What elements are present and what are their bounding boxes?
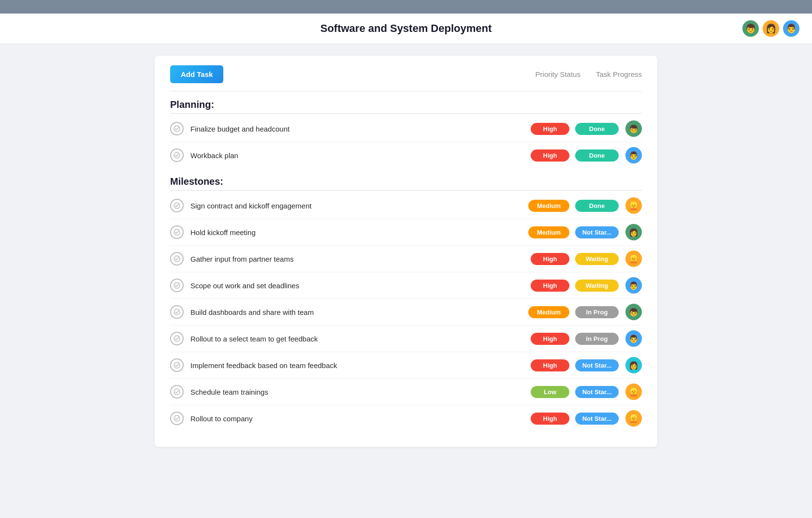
status-badge: In Prog — [575, 333, 619, 345]
table-row[interactable]: Scope out work and set deadlines High Wa… — [170, 272, 642, 299]
status-badge: Done — [575, 200, 619, 212]
section-title-0: Planning: — [170, 99, 642, 114]
sections-container: Planning: Finalize budget and headcount … — [170, 99, 642, 431]
avatar[interactable]: 👱 — [625, 384, 642, 400]
task-checkbox[interactable] — [170, 225, 184, 239]
table-row[interactable]: Workback plan High Done 👨 — [170, 142, 642, 168]
avatar[interactable]: 👦 — [625, 304, 642, 320]
table-row[interactable]: Hold kickoff meeting Medium Not Star... … — [170, 219, 642, 246]
task-name: Rollout to company — [190, 414, 531, 423]
status-badge: Done — [575, 123, 619, 135]
task-checkbox[interactable] — [170, 332, 184, 345]
status-badge: In Prog — [575, 306, 619, 318]
status-badge: Not Star... — [575, 386, 619, 398]
page-title: Software and System Deployment — [320, 22, 492, 35]
priority-badge: Medium — [528, 306, 569, 318]
priority-badge: Medium — [528, 200, 569, 212]
table-row[interactable]: Implement feedback based on team feedbac… — [170, 352, 642, 379]
task-checkbox[interactable] — [170, 148, 184, 162]
avatar-3[interactable]: 👨 — [782, 19, 800, 38]
table-row[interactable]: Rollout to company High Not Star... 👱 — [170, 405, 642, 431]
status-badge: Not Star... — [575, 359, 619, 371]
task-checkbox[interactable] — [170, 199, 184, 212]
status-badge: Not Star... — [575, 226, 619, 238]
header-avatars: 👦 👩 👨 — [741, 19, 800, 38]
task-name: Rollout to a select team to get feedback — [190, 335, 531, 343]
avatar[interactable]: 👦 — [625, 120, 642, 137]
table-row[interactable]: Build dashboards and share with team Med… — [170, 299, 642, 326]
task-name: Schedule team trainings — [190, 388, 531, 396]
task-name: Gather input from partner teams — [190, 255, 531, 263]
col-header-progress: Task Progress — [596, 70, 642, 78]
task-name: Workback plan — [190, 151, 531, 160]
toolbar: Add Task Priority Status Task Progress — [170, 65, 642, 91]
priority-badge: High — [531, 149, 569, 162]
section-0: Planning: Finalize budget and headcount … — [170, 99, 642, 168]
task-name: Build dashboards and share with team — [190, 308, 528, 316]
task-checkbox[interactable] — [170, 252, 184, 266]
priority-badge: High — [531, 253, 569, 265]
priority-badge: High — [531, 333, 569, 345]
priority-badge: Low — [531, 386, 569, 398]
priority-badge: High — [531, 413, 569, 425]
task-name: Hold kickoff meeting — [190, 228, 528, 237]
table-row[interactable]: Rollout to a select team to get feedback… — [170, 326, 642, 352]
priority-badge: Medium — [528, 226, 569, 238]
add-task-button[interactable]: Add Task — [170, 65, 223, 83]
header: Software and System Deployment 👦 👩 👨 — [0, 14, 812, 44]
task-checkbox[interactable] — [170, 279, 184, 292]
avatar[interactable]: 👱 — [625, 410, 642, 427]
task-name: Sign contract and kickoff engagement — [190, 202, 528, 210]
avatar[interactable]: 👨 — [625, 277, 642, 294]
avatar[interactable]: 👨 — [625, 147, 642, 163]
table-row[interactable]: Finalize budget and headcount High Done … — [170, 116, 642, 142]
top-bar — [0, 0, 812, 14]
avatar-1[interactable]: 👦 — [741, 19, 760, 38]
task-checkbox[interactable] — [170, 122, 184, 135]
avatar-2[interactable]: 👩 — [762, 19, 780, 38]
priority-badge: High — [531, 280, 569, 292]
status-badge: Not Star... — [575, 413, 619, 425]
table-row[interactable]: Sign contract and kickoff engagement Med… — [170, 192, 642, 219]
task-checkbox[interactable] — [170, 385, 184, 399]
avatar[interactable]: 👱 — [625, 251, 642, 267]
avatar[interactable]: 👨 — [625, 330, 642, 347]
task-checkbox[interactable] — [170, 305, 184, 319]
table-row[interactable]: Schedule team trainings Low Not Star... … — [170, 379, 642, 405]
status-badge: Waiting — [575, 253, 619, 265]
section-1: Milestones: Sign contract and kickoff en… — [170, 176, 642, 431]
task-name: Scope out work and set deadlines — [190, 281, 531, 290]
avatar[interactable]: 👩 — [625, 224, 642, 240]
col-header-priority: Priority Status — [536, 70, 580, 78]
status-badge: Waiting — [575, 280, 619, 292]
priority-badge: High — [531, 123, 569, 135]
main-content: Add Task Priority Status Task Progress P… — [155, 56, 657, 447]
status-badge: Done — [575, 149, 619, 162]
table-row[interactable]: Gather input from partner teams High Wai… — [170, 246, 642, 272]
task-checkbox[interactable] — [170, 412, 184, 425]
section-title-1: Milestones: — [170, 176, 642, 191]
task-name: Implement feedback based on team feedbac… — [190, 361, 531, 370]
column-headers: Priority Status Task Progress — [536, 70, 642, 78]
avatar[interactable]: 👩 — [625, 357, 642, 373]
task-name: Finalize budget and headcount — [190, 125, 531, 133]
priority-badge: High — [531, 359, 569, 371]
task-checkbox[interactable] — [170, 358, 184, 372]
avatar[interactable]: 👱 — [625, 197, 642, 214]
